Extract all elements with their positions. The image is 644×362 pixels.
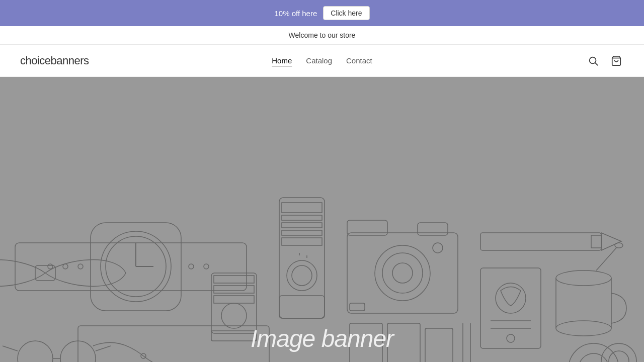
svg-line-1 (595, 63, 598, 65)
cart-icon (611, 55, 622, 66)
hero-background-illustration (0, 77, 644, 362)
promo-text: 10% off here (274, 9, 317, 18)
cart-button[interactable] (609, 53, 624, 68)
navbar: choicebanners Home Catalog Contact (0, 45, 644, 77)
svg-point-0 (590, 57, 596, 63)
nav-actions (586, 53, 624, 68)
nav-item-catalog[interactable]: Catalog (306, 56, 332, 65)
welcome-text: Welcome to our store (289, 31, 356, 39)
nav-links: Home Catalog Contact (272, 56, 372, 65)
site-logo[interactable]: choicebanners (20, 54, 89, 67)
hero-section: Image banner (0, 77, 644, 362)
welcome-bar: Welcome to our store (0, 26, 644, 45)
search-icon (588, 55, 599, 66)
click-here-button[interactable]: Click here (323, 6, 369, 20)
nav-item-contact[interactable]: Contact (346, 56, 372, 65)
nav-link-contact[interactable]: Contact (346, 56, 372, 65)
announcement-bar: 10% off here Click here (0, 0, 644, 26)
hero-banner-text: Image banner (251, 325, 393, 352)
nav-link-catalog[interactable]: Catalog (306, 56, 332, 65)
nav-item-home[interactable]: Home (272, 56, 292, 65)
nav-link-home[interactable]: Home (272, 56, 292, 66)
search-button[interactable] (586, 53, 601, 68)
